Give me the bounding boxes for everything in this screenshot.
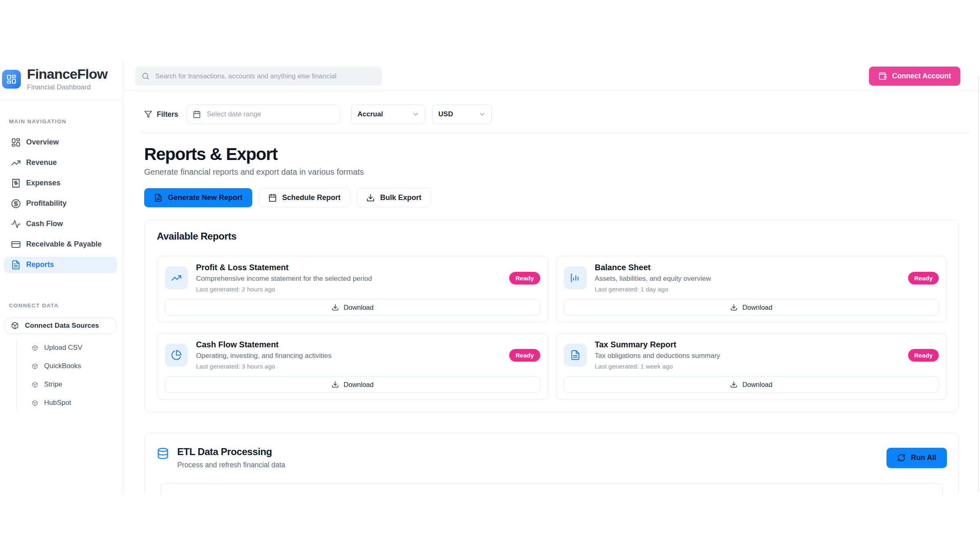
sidebar-item-label: Overview [26,138,59,147]
sidebar-item-revenue[interactable]: Revenue [4,155,117,171]
report-card-texts: Balance Sheet Assets, liabilities, and e… [595,263,900,293]
run-all-label: Run All [911,453,936,462]
filters-toggle[interactable]: Filters [144,110,178,119]
main-area: Connect Account Filters Accrual [123,61,980,495]
sidebar-item-expenses[interactable]: Expenses [4,175,117,191]
generate-report-button[interactable]: Generate New Report [144,188,252,207]
source-item-hubspot[interactable]: HubSpot [16,394,123,412]
report-description: Assets, liabilities, and equity overview [595,275,900,283]
report-title: Profit & Loss Statement [196,263,501,272]
source-item-quickbooks[interactable]: QuickBooks [16,357,123,375]
report-title: Tax Summary Report [595,340,900,349]
dashboard-icon [11,138,21,147]
download-button[interactable]: Download [564,376,939,393]
sidebar-item-label: Revenue [26,158,57,167]
status-badge: Ready [509,349,540,362]
etl-header: ETL Data Processing Process and refresh … [157,446,947,469]
report-card-texts: Profit & Loss Statement Comprehensive in… [196,263,501,293]
report-last-generated: Last generated: 2 hours ago [196,286,501,293]
download-icon [730,304,737,311]
download-label: Download [742,304,772,311]
report-card-balance-sheet: Balance Sheet Assets, liabilities, and e… [556,256,947,322]
screen: FinanceFlow Financial Dashboard MAIN NAV… [0,0,980,551]
database-icon [157,447,169,460]
search-icon [142,72,149,80]
data-sources-list: Upload CSV QuickBooks Stripe HubSpot [16,339,123,412]
report-last-generated: Last generated: 3 hours ago [196,363,501,370]
app-window: FinanceFlow Financial Dashboard MAIN NAV… [0,61,980,495]
brand-block: FinanceFlow Financial Dashboard [0,61,123,100]
etl-texts: ETL Data Processing Process and refresh … [177,446,285,469]
available-reports-heading: Available Reports [157,231,947,242]
source-item-label: QuickBooks [44,362,81,370]
source-item-label: Stripe [44,380,62,389]
package-icon [32,382,38,388]
sidebar-item-cash-flow[interactable]: Cash Flow [4,216,117,232]
download-button[interactable]: Download [564,299,939,315]
download-button[interactable]: Download [165,299,540,315]
date-range-picker[interactable] [186,104,340,124]
source-item-stripe[interactable]: Stripe [16,375,123,394]
connect-account-button[interactable]: Connect Account [869,67,960,86]
receipt-icon [11,178,21,188]
filters-divider [142,133,970,133]
download-icon [366,193,375,202]
report-card-header: Balance Sheet Assets, liabilities, and e… [564,263,939,293]
main-nav: Overview Revenue Expenses Profitability … [0,134,123,277]
etl-panel: ETL Data Processing Process and refresh … [144,433,959,495]
package-icon [32,400,38,406]
page-title: Reports & Export [144,146,959,163]
download-icon [730,381,737,388]
report-card-header: Profit & Loss Statement Comprehensive in… [165,263,540,293]
accounting-basis-select[interactable]: Accrual [351,104,425,124]
file-text-icon [11,260,21,270]
connect-data-sources-button[interactable]: Connect Data Sources [4,318,117,334]
activity-icon [11,219,21,229]
sidebar-item-profitability[interactable]: Profitability [4,196,117,212]
pie-chart-icon [165,344,188,367]
connect-account-label: Connect Account [892,72,951,80]
run-all-button[interactable]: Run All [886,448,947,468]
date-range-input[interactable] [206,110,334,119]
main-nav-label: MAIN NAVIGATION [9,118,123,124]
schedule-report-button[interactable]: Schedule Report [258,188,350,207]
source-item-upload-csv[interactable]: Upload CSV [16,339,123,357]
report-card-texts: Tax Summary Report Tax obligations and d… [595,340,900,370]
report-title: Balance Sheet [595,263,900,272]
scrollbar[interactable] [978,76,979,492]
source-item-label: HubSpot [44,399,71,407]
chevron-down-icon [412,111,419,118]
brand-tagline: Financial Dashboard [27,83,107,91]
download-label: Download [742,381,772,389]
sidebar-item-reports[interactable]: Reports [4,257,117,273]
package-icon [11,322,19,329]
etl-title-block: ETL Data Processing Process and refresh … [157,446,285,469]
accounting-basis-value: Accrual [358,110,383,118]
bulk-export-label: Bulk Export [380,193,421,202]
sidebar-item-label: Receivable & Payable [26,240,102,249]
filters-row: Filters Accrual USD [144,105,959,124]
bulk-export-button[interactable]: Bulk Export [356,188,431,207]
report-title: Cash Flow Statement [196,340,501,349]
currency-select[interactable]: USD [432,104,492,124]
report-description: Tax obligations and deductions summary [595,352,900,360]
filters-label: Filters [157,110,178,119]
bar-chart-icon [564,267,587,289]
download-icon [332,381,339,388]
sidebar-item-label: Expenses [26,179,60,187]
report-card-header: Cash Flow Statement Operating, investing… [165,340,540,370]
status-badge: Ready [908,272,939,284]
download-button[interactable]: Download [165,376,540,393]
sidebar-item-receivable-payable[interactable]: Receivable & Payable [4,236,117,253]
etl-title: ETL Data Processing [177,446,285,458]
report-last-generated: Last generated: 1 day ago [595,286,900,293]
download-label: Download [344,304,374,311]
top-bar: Connect Account [123,61,980,91]
circle-dollar-icon [11,199,21,209]
file-text-icon [564,344,587,367]
search-bar[interactable] [135,67,382,86]
sidebar-item-overview[interactable]: Overview [4,134,117,151]
filter-funnel-icon [144,110,152,118]
report-card-cash-flow: Cash Flow Statement Operating, investing… [157,333,548,400]
search-input[interactable] [154,72,376,80]
